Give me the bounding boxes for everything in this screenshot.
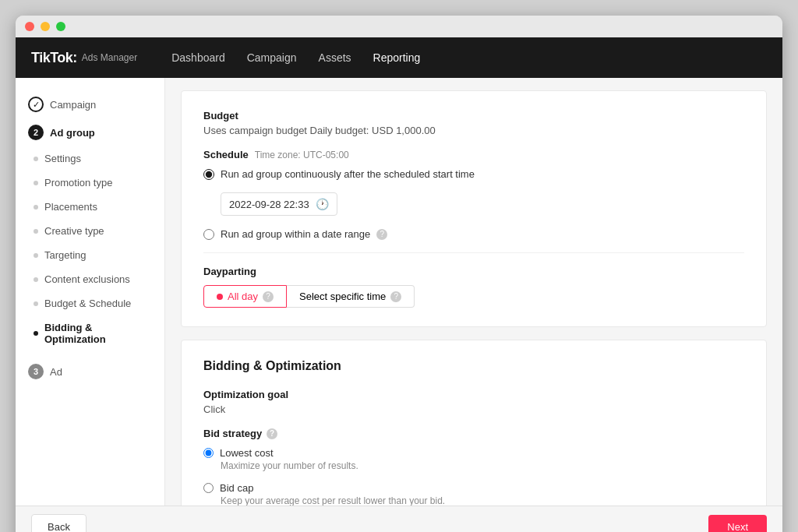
active-dot-icon bbox=[217, 294, 223, 300]
sidebar-budget-label: Budget & Schedule bbox=[44, 298, 131, 309]
bid-strategy-help-icon[interactable]: ? bbox=[267, 428, 277, 439]
opt-goal-value: Click bbox=[203, 403, 744, 415]
logo-tiktok-text: TikTok: bbox=[31, 50, 77, 66]
back-button[interactable]: Back bbox=[31, 514, 87, 532]
bid-cap-sub: Keep your average cost per result lower … bbox=[221, 495, 744, 506]
specific-help-icon[interactable]: ? bbox=[390, 291, 401, 302]
dot-active-icon bbox=[34, 331, 38, 336]
dayparting-label: Dayparting bbox=[203, 266, 744, 277]
divider bbox=[203, 252, 744, 253]
lowest-cost-radio-row[interactable]: Lowest cost bbox=[203, 447, 744, 459]
daypart-help-icon[interactable]: ? bbox=[263, 291, 274, 302]
nav-assets[interactable]: Assets bbox=[319, 48, 351, 67]
app-window: TikTok: Ads Manager Dashboard Campaign A… bbox=[16, 16, 782, 532]
sidebar-item-promotion-type[interactable]: Promotion type bbox=[16, 171, 164, 195]
sidebar-item-creative-type[interactable]: Creative type bbox=[16, 219, 164, 243]
sidebar-content-label: Content exclusions bbox=[44, 273, 130, 285]
dot-icon bbox=[34, 229, 38, 234]
sidebar-bidding-label: Bidding & Optimization bbox=[44, 322, 152, 345]
sidebar-campaign-label: Campaign bbox=[50, 99, 96, 111]
minimize-button[interactable] bbox=[41, 22, 50, 31]
step-check-icon: ✓ bbox=[28, 97, 44, 112]
sidebar-promotion-label: Promotion type bbox=[44, 177, 112, 188]
sidebar-item-budget-schedule[interactable]: Budget & Schedule bbox=[16, 291, 164, 315]
schedule-radio1[interactable] bbox=[203, 169, 214, 180]
dot-icon bbox=[34, 205, 38, 210]
budget-schedule-card: Budget Uses campaign budget Daily budget… bbox=[181, 90, 767, 327]
sidebar-adgroup-label: Ad group bbox=[50, 127, 95, 139]
logo-sub-text: Ads Manager bbox=[82, 52, 137, 63]
content-area: Budget Uses campaign budget Daily budget… bbox=[165, 78, 782, 506]
lowest-cost-radio[interactable] bbox=[203, 448, 214, 458]
date-input[interactable]: 2022-09-28 22:33 🕐 bbox=[221, 192, 337, 216]
lowest-cost-label: Lowest cost bbox=[220, 447, 274, 459]
sidebar-settings-label: Settings bbox=[44, 153, 81, 164]
dayparting-buttons: All day ? Select specific time ? bbox=[203, 285, 744, 308]
sidebar-item-campaign[interactable]: ✓ Campaign bbox=[16, 90, 164, 118]
step-num-ad: 3 bbox=[28, 364, 44, 379]
specific-time-button[interactable]: Select specific time ? bbox=[287, 285, 415, 308]
dot-icon bbox=[34, 181, 38, 185]
budget-value: Uses campaign budget Daily budget: USD 1… bbox=[203, 125, 744, 136]
lowest-cost-sub: Maximize your number of results. bbox=[221, 460, 744, 471]
sidebar-placements-label: Placements bbox=[44, 201, 97, 213]
dot-icon bbox=[34, 301, 38, 306]
logo: TikTok: Ads Manager bbox=[31, 50, 137, 66]
schedule-row: Schedule Time zone: UTC-05:00 bbox=[203, 149, 744, 160]
schedule-radio-group: Run ad group continuously after the sche… bbox=[203, 168, 744, 240]
bid-cap-option: Bid cap Keep your average cost per resul… bbox=[203, 482, 744, 506]
bidding-card: Bidding & Optimization Optimization goal… bbox=[181, 340, 767, 506]
dot-icon bbox=[34, 253, 38, 258]
date-input-row: 2022-09-28 22:33 🕐 bbox=[221, 192, 744, 216]
schedule-option2[interactable]: Run ad group within a date range ? bbox=[203, 228, 744, 240]
sidebar-item-content-exclusions[interactable]: Content exclusions bbox=[16, 267, 164, 291]
date-value: 2022-09-28 22:33 bbox=[229, 199, 309, 210]
allday-label: All day bbox=[228, 291, 258, 302]
sidebar-item-settings[interactable]: Settings bbox=[16, 146, 164, 171]
close-button[interactable] bbox=[25, 22, 34, 31]
nav-campaign[interactable]: Campaign bbox=[247, 48, 297, 67]
sidebar-ad-label: Ad bbox=[50, 366, 62, 378]
dot-icon bbox=[34, 277, 38, 282]
schedule-option1-label: Run ad group continuously after the sche… bbox=[221, 168, 475, 180]
bid-cap-label: Bid cap bbox=[220, 482, 253, 494]
sidebar-item-targeting[interactable]: Targeting bbox=[16, 243, 164, 267]
nav-bar: TikTok: Ads Manager Dashboard Campaign A… bbox=[16, 37, 782, 78]
dot-icon bbox=[34, 157, 38, 161]
sidebar-targeting-label: Targeting bbox=[44, 249, 86, 261]
schedule-option2-label: Run ad group within a date range bbox=[221, 228, 370, 240]
sidebar-item-bidding[interactable]: Bidding & Optimization bbox=[16, 315, 164, 351]
nav-dashboard[interactable]: Dashboard bbox=[171, 48, 225, 67]
bid-cap-radio[interactable] bbox=[203, 483, 214, 493]
opt-goal-label: Optimization goal bbox=[203, 389, 744, 400]
schedule-option1[interactable]: Run ad group continuously after the sche… bbox=[203, 168, 744, 180]
budget-label: Budget bbox=[203, 110, 744, 122]
schedule-radio2[interactable] bbox=[203, 229, 214, 240]
nav-items: Dashboard Campaign Assets Reporting bbox=[171, 48, 420, 67]
title-bar bbox=[16, 16, 782, 37]
main-layout: ✓ Campaign 2 Ad group Settings Promotion… bbox=[16, 78, 782, 506]
sidebar-item-adgroup[interactable]: 2 Ad group bbox=[16, 118, 164, 146]
nav-reporting[interactable]: Reporting bbox=[373, 48, 421, 67]
specific-time-label: Select specific time bbox=[299, 291, 386, 302]
footer-bar: Back Next bbox=[16, 506, 782, 532]
help-icon[interactable]: ? bbox=[376, 229, 387, 240]
clock-icon: 🕐 bbox=[316, 198, 329, 210]
bid-strategy-label: Bid strategy ? bbox=[203, 428, 744, 439]
schedule-label: Schedule bbox=[203, 149, 249, 160]
bidding-title: Bidding & Optimization bbox=[203, 359, 744, 373]
sidebar-item-placements[interactable]: Placements bbox=[16, 195, 164, 219]
sidebar: ✓ Campaign 2 Ad group Settings Promotion… bbox=[16, 78, 165, 506]
allday-button[interactable]: All day ? bbox=[203, 285, 287, 308]
step-num-adgroup: 2 bbox=[28, 125, 44, 140]
bid-cap-radio-row[interactable]: Bid cap bbox=[203, 482, 744, 494]
next-button[interactable]: Next bbox=[708, 515, 767, 532]
lowest-cost-option: Lowest cost Maximize your number of resu… bbox=[203, 447, 744, 471]
sidebar-creative-label: Creative type bbox=[44, 225, 104, 237]
timezone-label: Time zone: UTC-05:00 bbox=[255, 150, 349, 160]
sidebar-item-ad[interactable]: 3 Ad bbox=[16, 358, 164, 386]
maximize-button[interactable] bbox=[56, 22, 65, 31]
